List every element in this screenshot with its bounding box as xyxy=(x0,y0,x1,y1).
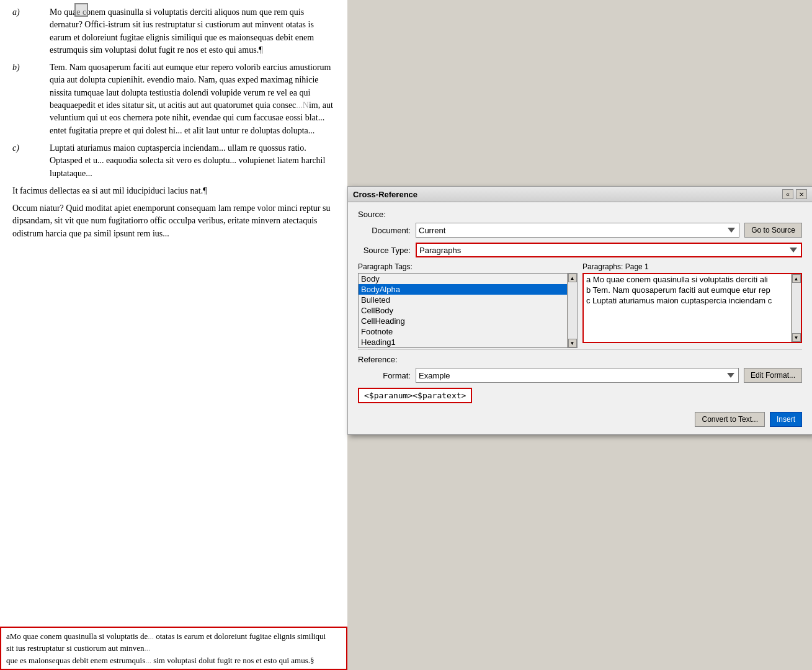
dialog-body: Source: Document: Current Go to Source S… xyxy=(348,202,812,434)
document-select[interactable]: Current xyxy=(416,223,739,238)
insert-button[interactable]: Insert xyxy=(770,412,802,427)
list-content-c: Luptati aturiamus maion cuptaspercia inc… xyxy=(50,142,335,180)
document-label: Document: xyxy=(358,226,411,235)
dialog-titlebar: Cross-Reference « ✕ xyxy=(348,187,812,202)
lists-container: Paragraph Tags: Body BodyAlpha Bulleted … xyxy=(358,262,802,343)
tag-cellheading[interactable]: CellHeading xyxy=(359,316,567,326)
paragraph-tags-list-wrapper: Body BodyAlpha Bulleted CellBody CellHea… xyxy=(358,273,578,348)
document-area: a) Mo quae conem quasinulla si voluptati… xyxy=(0,0,347,670)
paragraphs-page-list-wrapper: a Mo quae conem quasinulla si voluptatis… xyxy=(582,273,802,343)
dialog-title: Cross-Reference xyxy=(353,190,417,199)
source-type-select[interactable]: Paragraphs xyxy=(416,243,802,257)
document-row: Document: Current Go to Source xyxy=(358,223,802,238)
tag-heading1[interactable]: Heading1 xyxy=(359,337,567,347)
preview-line2: sit ius restruptatur si custiorum aut mi… xyxy=(6,642,341,654)
paragraph-tags-header: Paragraph Tags: xyxy=(358,262,578,271)
format-select[interactable]: Example xyxy=(416,368,739,383)
list-label-b: b) xyxy=(12,61,50,137)
para-a-text: Mo quae conem quasinulla si voluptatis d… xyxy=(50,7,314,55)
reference-section-label: Reference: xyxy=(358,355,802,364)
paragraphs-page-scrollbar[interactable]: ▲ ▼ xyxy=(791,274,801,342)
para-page-item-a[interactable]: a Mo quae conem quasinulla si voluptatis… xyxy=(584,274,791,285)
preview-line1: aMo quae conem quasinulla si voluptatis … xyxy=(6,630,341,643)
bottom-preview-box: aMo quae conem quasinulla si voluptatis … xyxy=(0,627,347,671)
paragraphs-page-header: Paragraphs: Page 1 xyxy=(582,262,802,271)
paragraph-tags-panel: Paragraph Tags: Body BodyAlpha Bulleted … xyxy=(358,262,578,343)
body-paragraph-1: It facimus dellectas ea si aut mil iduci… xyxy=(12,185,335,197)
scroll-track xyxy=(568,282,577,339)
list-label-a: a) xyxy=(12,6,50,56)
paragraph-tags-scrollbar[interactable]: ▲ ▼ xyxy=(567,274,577,347)
format-label: Format: xyxy=(358,371,411,380)
reference-section: Reference: Format: Example Edit Format..… xyxy=(358,349,802,409)
tag-cellbody[interactable]: CellBody xyxy=(359,305,567,316)
tag-bulleted[interactable]: Bulleted xyxy=(359,295,567,305)
para-scroll-up-arrow[interactable]: ▲ xyxy=(792,274,801,283)
edit-format-button[interactable]: Edit Format... xyxy=(744,368,802,383)
source-type-label: Source Type: xyxy=(358,246,411,255)
list-item-c: c) Luptati aturiamus maion cuptaspercia … xyxy=(12,142,335,180)
cross-reference-dialog: Cross-Reference « ✕ Source: Document: Cu… xyxy=(347,186,812,435)
dialog-close-button[interactable]: ✕ xyxy=(796,189,807,199)
preview-line3: que es maionsequas debit enem estrumquis… xyxy=(6,654,341,667)
tag-footnote[interactable]: Footnote xyxy=(359,326,567,337)
cursor-indicator xyxy=(74,3,88,17)
goto-source-button[interactable]: Go to Source xyxy=(744,223,802,238)
para-page-item-c[interactable]: c Luptati aturiamus maion cuptaspercia i… xyxy=(584,295,791,306)
formula-box: <$paranum><$paratext> xyxy=(358,388,472,403)
para-scroll-track xyxy=(792,283,801,333)
dialog-footer: Convert to Text... Insert xyxy=(358,409,802,427)
list-item-b: b) Tem. Nam quosaperum faciti aut eumque… xyxy=(12,61,335,137)
paragraphs-page-panel: Paragraphs: Page 1 a Mo quae conem quasi… xyxy=(582,262,802,343)
paragraph-tags-list[interactable]: Body BodyAlpha Bulleted CellBody CellHea… xyxy=(359,274,567,347)
convert-to-text-button[interactable]: Convert to Text... xyxy=(695,412,765,427)
para-c-text: Luptati aturiamus maion cuptaspercia inc… xyxy=(50,143,325,178)
para-scroll-down-arrow[interactable]: ▼ xyxy=(792,333,801,342)
para-b-text: Tem. Nam quosaperum faciti aut eumque et… xyxy=(50,63,333,135)
source-type-row: Source Type: Paragraphs xyxy=(358,243,802,257)
format-row: Format: Example Edit Format... xyxy=(358,368,802,383)
tag-bodyalpha[interactable]: BodyAlpha xyxy=(359,284,567,295)
list-content-b: Tem. Nam quosaperum faciti aut eumque et… xyxy=(50,61,335,137)
scroll-up-arrow[interactable]: ▲ xyxy=(568,274,577,282)
dialog-titlebar-controls: « ✕ xyxy=(782,189,807,199)
source-section-label: Source: xyxy=(358,210,802,219)
dialog-collapse-button[interactable]: « xyxy=(782,189,793,199)
paragraphs-page-list[interactable]: a Mo quae conem quasinulla si voluptatis… xyxy=(584,274,791,342)
tag-body[interactable]: Body xyxy=(359,274,567,284)
scroll-down-arrow[interactable]: ▼ xyxy=(568,339,577,347)
list-item-a: a) Mo quae conem quasinulla si voluptati… xyxy=(12,6,335,56)
body-paragraph-2: Occum niatur? Quid moditat apiet enempor… xyxy=(12,202,335,240)
list-label-c: c) xyxy=(12,142,50,180)
list-content-a: Mo quae conem quasinulla si voluptatis d… xyxy=(50,6,335,56)
para-page-item-b[interactable]: b Tem. Nam quosaperum faciti aut eumque … xyxy=(584,285,791,295)
